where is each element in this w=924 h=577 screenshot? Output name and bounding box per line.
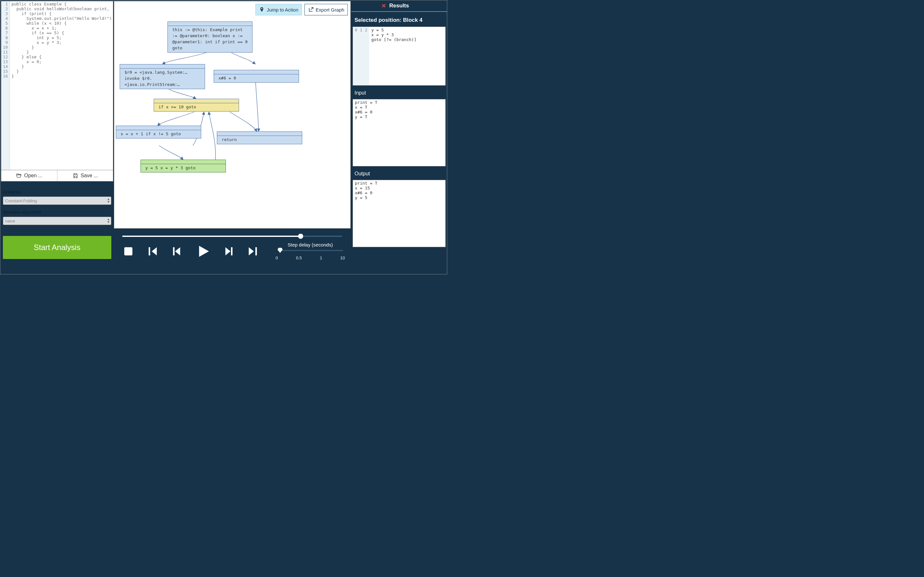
graph-node[interactable]: x = x + 1 if x != 5 goto <box>116 126 201 139</box>
graph-node[interactable]: $r0 = <java.lang.System:… invoke $r0.<ja… <box>120 64 205 89</box>
output-label: Output <box>351 166 447 180</box>
node-text: if x >= 10 goto <box>153 103 239 111</box>
results-header: ✕ Results <box>351 0 447 12</box>
node-text: y = 5 x = y * 3 goto <box>141 164 226 172</box>
svg-rect-0 <box>124 247 132 255</box>
worklist-select[interactable] <box>3 217 111 225</box>
select-arrows-icon: ▲▼ <box>107 197 110 203</box>
step-delay-label: Step delay (seconds) <box>275 242 346 247</box>
save-button-label: Save ... <box>81 173 98 179</box>
output-box: print = T x = 15 x#6 = 0 y = 5 <box>352 180 446 247</box>
step-forward-icon[interactable] <box>222 245 234 258</box>
block-code-box: 0 1 2 y = 5 x = y * 3 goto [?= (branch)] <box>352 27 446 85</box>
node-text: x#6 = 0 <box>214 74 299 83</box>
pin-icon <box>259 7 265 13</box>
save-icon <box>72 173 79 179</box>
graph-node[interactable]: x#6 = 0 <box>214 70 299 83</box>
progress-thumb[interactable] <box>298 234 303 239</box>
graph-node[interactable]: if x >= 10 goto <box>153 99 239 111</box>
progress-slider[interactable] <box>122 235 342 237</box>
step-back-icon[interactable] <box>171 245 183 258</box>
node-text: this := @this: Example print := @paramet… <box>168 26 252 53</box>
graph-node[interactable]: return <box>217 131 302 144</box>
folder-open-icon <box>16 173 22 179</box>
close-icon[interactable]: ✕ <box>381 3 386 9</box>
code-editor[interactable]: 1 2 3 4 5 6 7 8 9 10 11 12 13 14 15 16 p… <box>1 1 113 170</box>
analysis-select[interactable] <box>3 197 111 205</box>
graph-node-selected[interactable]: y = 5 x = y * 3 goto <box>141 160 226 172</box>
skip-forward-icon[interactable] <box>247 245 259 258</box>
analysis-label: Analysis <box>3 189 111 195</box>
graph-canvas[interactable]: Jump to Action Export Graph this <box>114 1 351 229</box>
graph-node[interactable]: this := @this: Example print := @paramet… <box>168 21 252 53</box>
jump-button-label: Jump to Action <box>267 7 298 13</box>
delay-slider[interactable] <box>278 250 343 251</box>
input-label: Input <box>351 85 447 99</box>
save-button[interactable]: Save ... <box>57 170 113 181</box>
open-button[interactable]: Open ... <box>1 170 57 181</box>
code-body[interactable]: public class Example { public void hello… <box>10 1 113 170</box>
jump-to-action-button[interactable]: Jump to Action <box>255 4 302 15</box>
delay-ticks: 00.5110 <box>276 255 345 260</box>
select-arrows-icon: ▲▼ <box>107 218 110 223</box>
start-analysis-button[interactable]: Start Analysis <box>3 236 111 259</box>
worklist-label: Worklist Algorithm <box>3 210 111 215</box>
skip-back-icon[interactable] <box>147 245 159 258</box>
node-text: return <box>217 136 302 144</box>
playback-bar: Step delay (seconds) 00.5110 <box>114 229 351 274</box>
delay-thumb[interactable] <box>278 248 283 253</box>
node-text: x = x + 1 if x != 5 goto <box>116 130 201 139</box>
play-icon[interactable] <box>195 244 210 259</box>
code-gutter: 1 2 3 4 5 6 7 8 9 10 11 12 13 14 15 16 <box>1 1 10 170</box>
results-title: Results <box>389 3 409 9</box>
export-graph-button[interactable]: Export Graph <box>304 4 348 15</box>
node-text: $r0 = <java.lang.System:… invoke $r0.<ja… <box>120 69 205 89</box>
input-box: print = T x = T x#6 = 0 y = T <box>352 99 446 166</box>
open-button-label: Open ... <box>24 173 42 179</box>
stop-icon[interactable] <box>122 245 134 258</box>
export-icon <box>308 7 314 13</box>
selected-position-label: Selected position: Block 4 <box>351 12 447 27</box>
export-button-label: Export Graph <box>316 7 344 13</box>
